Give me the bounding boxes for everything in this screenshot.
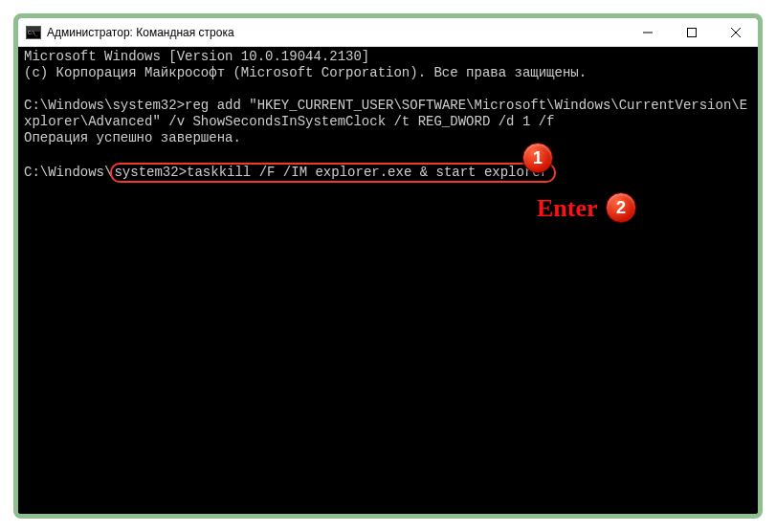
maximize-button[interactable] (670, 18, 714, 47)
minimize-icon (643, 28, 653, 37)
close-icon (731, 28, 741, 37)
terminal-line: Microsoft Windows [Version 10.0.19044.21… (24, 49, 369, 64)
highlighted-command-box: system32>taskkill /F /IM explorer.exe & … (110, 163, 556, 183)
titlebar[interactable]: Администратор: Командная строка (18, 18, 758, 47)
terminal-prompt-inside: system32> (114, 165, 187, 180)
cmd-icon (26, 26, 41, 39)
terminal-area[interactable]: Microsoft Windows [Version 10.0.19044.21… (18, 47, 758, 514)
enter-annotation: Enter (537, 200, 598, 216)
step-badge-1: 1 (522, 143, 553, 173)
step-badge-label: 2 (616, 200, 626, 216)
terminal-command: taskkill /F /IM explorer.exe & start exp… (187, 165, 548, 180)
terminal-line: (c) Корпорация Майкрософт (Microsoft Cor… (24, 65, 587, 80)
minimize-button[interactable] (626, 18, 670, 47)
terminal-prompt: C:\Windows\ (24, 165, 112, 180)
cmd-window: Администратор: Командная строка Microsof… (13, 13, 763, 519)
terminal-prompt: C:\Windows\system32> (24, 98, 185, 113)
step-badge-label: 1 (533, 150, 543, 166)
window-title: Администратор: Командная строка (47, 26, 234, 39)
close-button[interactable] (714, 18, 758, 47)
maximize-icon (687, 28, 697, 37)
terminal-output: Операция успешно завершена. (24, 130, 241, 145)
svg-rect-1 (688, 28, 697, 36)
step-badge-2: 2 (606, 192, 636, 223)
